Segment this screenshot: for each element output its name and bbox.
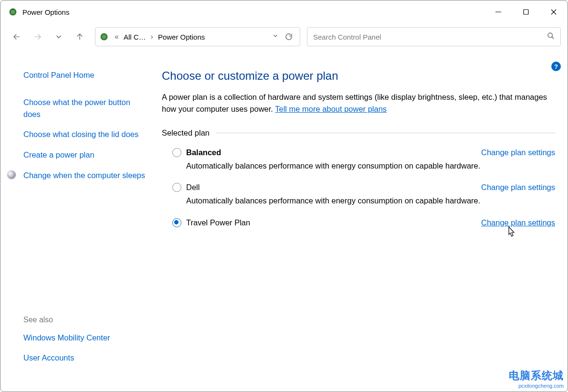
up-button[interactable] [70, 27, 89, 46]
window-controls [484, 0, 568, 23]
plan-balanced: Balanced Change plan settings Automatica… [162, 145, 555, 180]
sidebar-link-create-plan[interactable]: Create a power plan [23, 149, 147, 161]
svg-line-13 [552, 37, 554, 39]
watermark: 电脑系统城 pcxitongcheng.com [509, 369, 564, 389]
change-settings-travel[interactable]: Change plan settings [481, 218, 555, 227]
svg-rect-4 [524, 10, 528, 14]
section-header: Selected plan [162, 128, 555, 138]
sidebar-link-power-button[interactable]: Choose what the power button does [23, 96, 147, 120]
cursor-icon [505, 226, 515, 239]
learn-more-link[interactable]: Tell me more about power plans [275, 105, 387, 113]
search-input[interactable] [313, 33, 547, 41]
main-panel: Choose or customize a power plan A power… [158, 50, 568, 392]
change-settings-balanced[interactable]: Change plan settings [481, 148, 555, 157]
plan-desc-balanced: Automatically balances performance with … [186, 160, 555, 172]
plan-radio-travel[interactable] [172, 218, 181, 227]
address-bar[interactable]: « All C… › Power Options [95, 27, 300, 46]
watermark-text: 电脑系统城 [509, 369, 564, 383]
plan-dell: Dell Change plan settings Automatically … [162, 180, 555, 215]
control-panel-home-link[interactable]: Control Panel Home [23, 69, 147, 81]
see-also-mobility-center[interactable]: Windows Mobility Center [23, 332, 147, 344]
history-dropdown-button[interactable] [49, 27, 68, 46]
breadcrumb-parent[interactable]: All C… [122, 33, 148, 41]
refresh-button[interactable] [282, 27, 296, 46]
maximize-button[interactable] [512, 0, 540, 23]
content-area: ? Control Panel Home Choose what the pow… [0, 50, 568, 392]
see-also-section: See also Windows Mobility Center User Ac… [23, 316, 147, 382]
plan-name-travel[interactable]: Travel Power Plan [186, 218, 250, 227]
address-dropdown-button[interactable] [269, 32, 282, 41]
minimize-button[interactable] [484, 0, 512, 23]
plan-radio-dell[interactable] [172, 183, 181, 192]
section-rule [216, 133, 555, 133]
help-icon[interactable]: ? [551, 62, 561, 71]
svg-point-12 [548, 33, 552, 37]
svg-point-11 [102, 35, 106, 39]
window-title: Power Options [22, 8, 69, 16]
see-also-title: See also [23, 316, 147, 324]
watermark-url: pcxitongcheng.com [509, 383, 564, 389]
plan-name-balanced[interactable]: Balanced [186, 148, 221, 157]
breadcrumb-current[interactable]: Power Options [156, 33, 207, 41]
page-description: A power plan is a collection of hardware… [162, 91, 555, 115]
close-button[interactable] [540, 0, 568, 23]
breadcrumb-prev[interactable]: « [112, 32, 122, 41]
title-bar: Power Options [0, 0, 568, 23]
nav-bar: « All C… › Power Options [0, 23, 568, 50]
forward-button[interactable] [28, 27, 47, 46]
plan-travel: Travel Power Plan Change plan settings [162, 215, 555, 236]
sidebar-link-sleep[interactable]: Change when the computer sleeps [23, 170, 147, 181]
sidebar-link-closing-lid[interactable]: Choose what closing the lid does [23, 128, 147, 140]
search-icon[interactable] [547, 32, 555, 42]
search-box[interactable] [307, 27, 561, 46]
page-heading: Choose or customize a power plan [162, 69, 555, 83]
chevron-right-icon: › [148, 32, 156, 41]
section-label: Selected plan [162, 128, 216, 138]
sidebar: Control Panel Home Choose what the power… [0, 50, 158, 392]
plan-desc-dell: Automatically balances performance with … [186, 195, 555, 207]
plan-radio-balanced[interactable] [172, 148, 181, 157]
plan-name-dell[interactable]: Dell [186, 183, 200, 192]
svg-point-2 [11, 10, 15, 14]
change-settings-dell[interactable]: Change plan settings [481, 183, 555, 192]
back-button[interactable] [7, 27, 26, 46]
app-icon [8, 7, 18, 17]
see-also-user-accounts[interactable]: User Accounts [23, 352, 147, 364]
location-icon [99, 32, 109, 42]
